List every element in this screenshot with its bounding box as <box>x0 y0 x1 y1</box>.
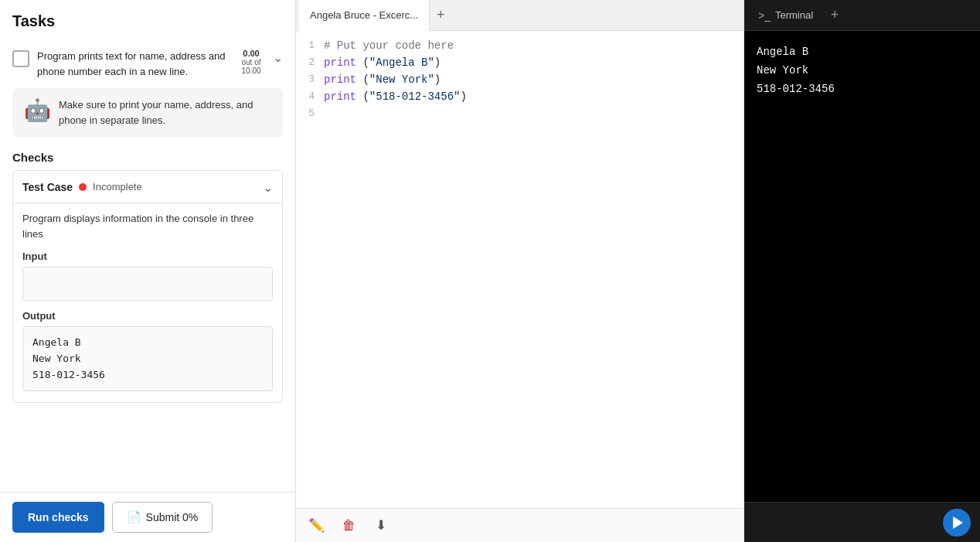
output-label: Output <box>22 310 273 322</box>
hint-box: 🤖 Make sure to print your name, address,… <box>12 88 283 137</box>
status-dot <box>79 183 87 191</box>
delete-trash-icon[interactable]: 🗑 <box>338 515 359 537</box>
output-line-3: 518-012-3456 <box>32 367 263 383</box>
play-button[interactable] <box>943 509 971 537</box>
test-case-left: Test Case Incomplete <box>22 181 142 193</box>
line-number-4: 4 <box>296 88 324 105</box>
task-score-value: 0.00 <box>243 49 259 58</box>
test-case-label: Test Case <box>22 181 73 193</box>
terminal-line-1: Angela B <box>757 43 968 62</box>
code-line-1: 1 # Put your code here <box>296 37 744 54</box>
editor-tab-label: Angela Bruce - Excerc... <box>310 9 418 21</box>
test-case-description: Program displays information in the cons… <box>22 211 273 241</box>
line-code-3: print ("New York") <box>324 71 744 88</box>
line-number-5: 5 <box>296 105 324 122</box>
input-box <box>22 267 273 301</box>
terminal-add-tab-button[interactable]: + <box>824 5 846 26</box>
code-line-4: 4 print ("518-012-3456") <box>296 88 744 105</box>
line-number-2: 2 <box>296 54 324 71</box>
editor-add-tab-button[interactable]: + <box>430 5 451 26</box>
line-code-2: print ("Angela B") <box>324 54 744 71</box>
play-triangle-icon <box>953 516 963 529</box>
left-panel: Tasks Program prints text for name, addr… <box>0 0 296 542</box>
center-panel: Angela Bruce - Excerc... + 1 # Put your … <box>296 0 744 542</box>
terminal-footer <box>744 502 980 542</box>
terminal-tabs: >_ Terminal + <box>744 0 980 31</box>
editor-toolbar: ✏️ 🗑 ⬇ <box>296 508 744 542</box>
task-expand-chevron[interactable]: ⌄ <box>273 50 283 65</box>
terminal-body: Angela B New York 518-012-3456 <box>744 31 980 502</box>
task-checkbox[interactable] <box>12 50 29 67</box>
right-panel: >_ Terminal + Angela B New York 518-012-… <box>744 0 980 542</box>
code-line-3: 3 print ("New York") <box>296 71 744 88</box>
test-case-header: Test Case Incomplete ⌄ <box>12 170 283 203</box>
submit-label: Submit 0% <box>146 511 199 523</box>
left-footer: Run checks 📄 Submit 0% <box>0 492 295 542</box>
line-number-1: 1 <box>296 37 324 54</box>
test-case-body: Program displays information in the cons… <box>12 203 283 403</box>
code-line-2: 2 print ("Angela B") <box>296 54 744 71</box>
terminal-tab-label: Terminal <box>775 9 813 21</box>
submit-doc-icon: 📄 <box>127 510 141 524</box>
task-item: Program prints text for name, address an… <box>12 43 283 85</box>
task-score: 0.00 out of 10.00 <box>237 49 265 75</box>
terminal-line-2: New York <box>757 62 968 80</box>
test-case-chevron[interactable]: ⌄ <box>263 180 273 195</box>
editor-tab-main[interactable]: Angela Bruce - Excerc... <box>299 0 430 31</box>
checks-title: Checks <box>12 146 283 170</box>
editor-tabs: Angela Bruce - Excerc... + <box>296 0 744 31</box>
download-icon[interactable]: ⬇ <box>370 515 392 537</box>
code-line-5: 5 <box>296 105 744 122</box>
line-code-1: # Put your code here <box>324 37 744 54</box>
edit-pencil-icon[interactable]: ✏️ <box>305 515 327 537</box>
line-number-3: 3 <box>296 71 324 88</box>
task-score-total: 10.00 <box>241 66 260 75</box>
terminal-line-3: 518-012-3456 <box>757 80 968 99</box>
task-score-out-of: out of <box>241 58 260 66</box>
output-line-2: New York <box>32 351 263 367</box>
submit-button[interactable]: 📄 Submit 0% <box>112 502 213 533</box>
line-code-4: print ("518-012-3456") <box>324 88 744 105</box>
hint-text: Make sure to print your name, address, a… <box>59 97 272 128</box>
tasks-title: Tasks <box>0 0 295 36</box>
robot-icon: 🤖 <box>23 97 51 123</box>
task-description: Program prints text for name, address an… <box>37 49 230 79</box>
output-box: Angela B New York 518-012-3456 <box>22 326 273 391</box>
status-text: Incomplete <box>93 181 142 193</box>
input-label: Input <box>22 251 273 262</box>
output-line-1: Angela B <box>32 335 263 351</box>
left-content: Program prints text for name, address an… <box>0 36 295 492</box>
editor-area[interactable]: 1 # Put your code here 2 print ("Angela … <box>296 31 744 508</box>
run-checks-button[interactable]: Run checks <box>12 502 104 533</box>
terminal-tab[interactable]: >_ Terminal <box>747 0 824 31</box>
terminal-prompt-icon: >_ <box>758 9 771 22</box>
